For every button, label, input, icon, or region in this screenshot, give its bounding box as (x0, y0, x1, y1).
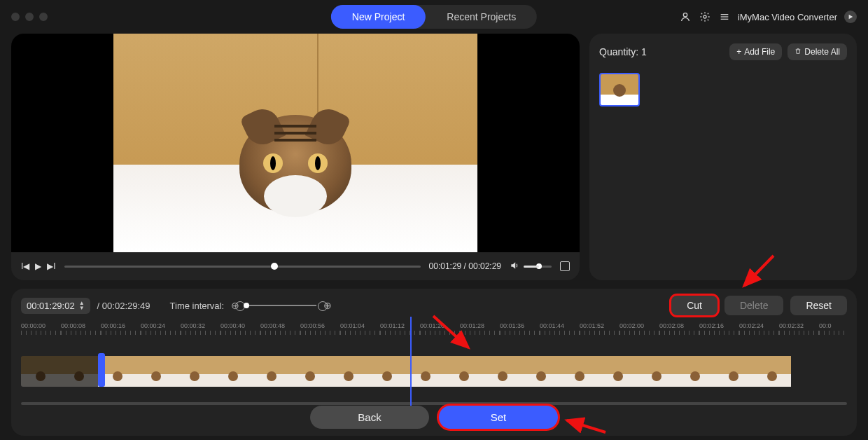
ruler-tick: 00:00:56 (300, 322, 340, 329)
media-sidebar: Quantity: 1 + Add File Delete All (589, 34, 857, 280)
titlebar-right: iMyMac Video Converter (679, 11, 857, 23)
clip-thumb (444, 356, 483, 387)
titlebar: New Project Recent Projects iMyMac Video… (0, 0, 868, 34)
ruler-tick: 00:01:52 (580, 322, 620, 329)
account-icon[interactable] (679, 11, 692, 23)
ruler-tick: 00:02:00 (620, 322, 659, 329)
svg-point-1 (704, 15, 706, 18)
clip-thumb (329, 356, 368, 387)
time-interval-label: Time interval: (170, 301, 225, 311)
clip-thumb (59, 356, 98, 387)
ruler-tick: 00:00:32 (181, 322, 220, 329)
clip-thumb (21, 356, 59, 387)
playhead[interactable] (410, 317, 412, 404)
ruler-tick: 00:00:24 (141, 322, 181, 329)
timeline-ruler: 00:00:0000:00:0800:00:1600:00:2400:00:32… (21, 322, 847, 338)
window-controls (11, 13, 48, 21)
set-button[interactable]: Set (439, 406, 558, 429)
close-window[interactable] (11, 13, 20, 21)
clip-thumb (175, 356, 214, 387)
clip-thumb (136, 356, 175, 387)
ruler-tick: 00:01:36 (500, 322, 540, 329)
clip-strip[interactable] (21, 350, 847, 390)
gear-icon[interactable] (699, 11, 711, 23)
play-button[interactable]: ▶ (35, 261, 41, 271)
app-play-icon[interactable] (844, 11, 857, 23)
current-time-input[interactable]: 00:01:29:02 ▲▼ (21, 298, 90, 314)
clip-thumb (252, 356, 290, 387)
volume-icon[interactable] (510, 261, 519, 273)
clip-thumb (522, 356, 560, 387)
plus-icon: + (736, 47, 741, 57)
volume-slider[interactable] (524, 266, 552, 268)
clip-thumb (406, 356, 444, 387)
svg-marker-5 (849, 15, 853, 19)
ruler-tick: 00:02:24 (739, 322, 779, 329)
zoom-slider[interactable] (246, 305, 316, 306)
ruler-tick: 00:00:40 (220, 322, 260, 329)
clip-thumb (714, 356, 752, 387)
clip-thumb (752, 356, 791, 387)
ruler-tick: 00:01:28 (460, 322, 500, 329)
ruler-tick: 00:00:00 (21, 322, 61, 329)
ruler-tick: 00:0 (819, 322, 847, 329)
video-preview (113, 34, 477, 252)
player-controls: I◀ ▶ ▶I 00:01:29 / 00:02:29 (11, 252, 580, 280)
project-tabs: New Project Recent Projects (331, 5, 537, 29)
reset-button[interactable]: Reset (790, 296, 847, 315)
ruler-tick: 00:01:44 (540, 322, 580, 329)
ruler-tick: 00:02:16 (699, 322, 739, 329)
app-name: iMyMac Video Converter (738, 12, 837, 22)
ruler-tick: 00:02:32 (779, 322, 819, 329)
time-stepper[interactable]: ▲▼ (79, 301, 85, 310)
clip-thumb (368, 356, 406, 387)
selection-handle-left[interactable] (98, 353, 105, 387)
ruler-tick: 00:02:08 (659, 322, 699, 329)
svg-point-0 (683, 13, 687, 17)
clip-thumb (676, 356, 714, 387)
clip-thumb (637, 356, 676, 387)
next-frame-button[interactable]: ▶I (47, 261, 55, 271)
timeline-scrollbar[interactable] (21, 402, 847, 405)
trash-icon (794, 47, 802, 57)
delete-button[interactable]: Delete (724, 296, 783, 315)
clip-thumb (290, 356, 329, 387)
ruler-tick: 00:01:04 (340, 322, 380, 329)
ruler-tick: 00:00:16 (101, 322, 141, 329)
clip-thumb (483, 356, 522, 387)
quantity-label: Quantity: 1 (599, 46, 724, 57)
minimize-window[interactable] (25, 13, 34, 21)
back-button[interactable]: Back (310, 406, 429, 429)
ruler-tick: 00:01:20 (420, 322, 460, 329)
video-frame[interactable] (11, 34, 580, 252)
maximize-window[interactable] (39, 13, 48, 21)
tab-new-project[interactable]: New Project (331, 5, 426, 29)
ruler-tick: 00:00:48 (260, 322, 300, 329)
progress-slider[interactable] (64, 266, 421, 268)
add-file-button[interactable]: + Add File (729, 43, 782, 60)
tab-recent-projects[interactable]: Recent Projects (426, 5, 537, 29)
cut-button[interactable]: Cut (671, 296, 718, 315)
clip-thumb (560, 356, 598, 387)
menu-icon[interactable] (718, 11, 731, 23)
clip-thumb (214, 356, 252, 387)
clip-thumb (598, 356, 637, 387)
fullscreen-icon[interactable] (560, 261, 570, 271)
playback-time: 00:01:29 / 00:02:29 (429, 261, 501, 271)
prev-frame-button[interactable]: I◀ (21, 261, 29, 271)
media-thumbnail[interactable] (599, 73, 640, 106)
ruler-tick: 00:00:08 (61, 322, 101, 329)
ruler-tick: 00:01:12 (380, 322, 420, 329)
video-player: I◀ ▶ ▶I 00:01:29 / 00:02:29 (11, 34, 580, 280)
duration-label: / 00:02:29:49 (97, 301, 150, 311)
delete-all-button[interactable]: Delete All (788, 43, 847, 60)
timeline-editor: 00:01:29:02 ▲▼ / 00:02:29:49 Time interv… (11, 289, 857, 436)
